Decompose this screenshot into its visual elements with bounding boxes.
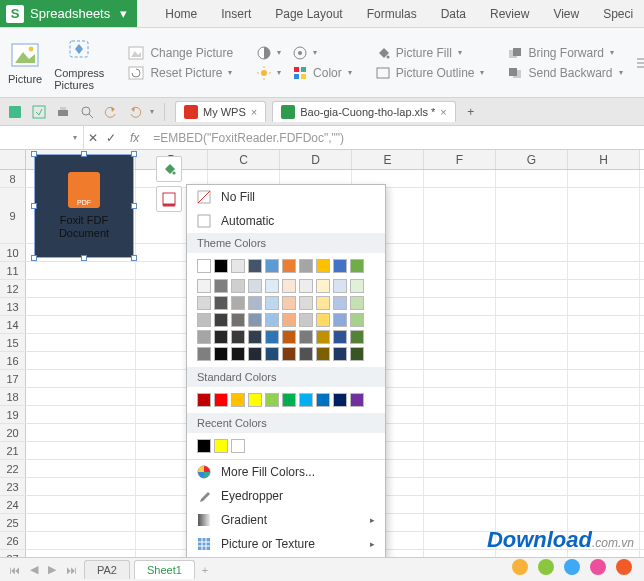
cell[interactable] bbox=[424, 188, 496, 243]
ribbon-send-backward[interactable]: Send Backward▾ bbox=[508, 66, 622, 80]
menu-speci[interactable]: Speci bbox=[603, 7, 633, 21]
cell[interactable] bbox=[568, 334, 640, 351]
cell[interactable] bbox=[424, 334, 496, 351]
accept-icon[interactable]: ✓ bbox=[102, 129, 120, 147]
menu-home[interactable]: Home bbox=[165, 7, 197, 21]
color-swatch[interactable] bbox=[316, 347, 330, 361]
qat-more-icon[interactable]: ▾ bbox=[150, 107, 154, 116]
cell[interactable] bbox=[26, 298, 136, 315]
sheet-tab-active[interactable]: Sheet1 bbox=[134, 560, 195, 579]
color-swatch[interactable] bbox=[197, 279, 211, 293]
color-swatch[interactable] bbox=[299, 313, 313, 327]
cell[interactable] bbox=[424, 316, 496, 333]
color-swatch[interactable] bbox=[265, 259, 279, 273]
cell[interactable] bbox=[424, 262, 496, 279]
cell[interactable] bbox=[424, 442, 496, 459]
cell[interactable] bbox=[568, 388, 640, 405]
menu-pagelayout[interactable]: Page Layout bbox=[275, 7, 342, 21]
color-swatch[interactable] bbox=[282, 279, 296, 293]
close-icon[interactable]: × bbox=[251, 106, 257, 118]
sheet-tab-pa2[interactable]: PA2 bbox=[84, 560, 130, 579]
cell[interactable] bbox=[568, 170, 640, 187]
cell[interactable] bbox=[496, 352, 568, 369]
name-box[interactable]: ▾ bbox=[0, 126, 84, 149]
row-header[interactable]: 21 bbox=[0, 442, 26, 459]
row-header[interactable]: 22 bbox=[0, 460, 26, 477]
cell[interactable] bbox=[496, 442, 568, 459]
color-swatch[interactable] bbox=[248, 259, 262, 273]
color-swatch[interactable] bbox=[265, 313, 279, 327]
cell[interactable] bbox=[568, 298, 640, 315]
column-header[interactable]: H bbox=[568, 150, 640, 169]
menu-insert[interactable]: Insert bbox=[221, 7, 251, 21]
cell[interactable] bbox=[26, 370, 136, 387]
ribbon-color-button[interactable]: Color▾ bbox=[293, 66, 352, 80]
cell[interactable] bbox=[568, 442, 640, 459]
color-swatch[interactable] bbox=[282, 296, 296, 310]
menu-view[interactable]: View bbox=[553, 7, 579, 21]
cell[interactable] bbox=[424, 460, 496, 477]
sheet-nav-next[interactable]: ▶ bbox=[45, 563, 59, 576]
color-swatch[interactable] bbox=[248, 279, 262, 293]
cell[interactable] bbox=[568, 496, 640, 513]
color-swatch[interactable] bbox=[282, 313, 296, 327]
color-swatch[interactable] bbox=[350, 259, 364, 273]
cell[interactable] bbox=[424, 370, 496, 387]
color-swatch[interactable] bbox=[231, 313, 245, 327]
new-tab-button[interactable]: + bbox=[462, 103, 480, 121]
color-swatch[interactable] bbox=[350, 313, 364, 327]
color-swatch[interactable] bbox=[197, 393, 211, 407]
qat-redo-icon[interactable] bbox=[126, 103, 144, 121]
cell[interactable] bbox=[496, 496, 568, 513]
color-swatch[interactable] bbox=[265, 279, 279, 293]
cell[interactable] bbox=[496, 424, 568, 441]
color-swatch[interactable] bbox=[350, 296, 364, 310]
color-swatch[interactable] bbox=[248, 393, 262, 407]
color-swatch[interactable] bbox=[316, 313, 330, 327]
resize-handle[interactable] bbox=[31, 255, 37, 261]
color-swatch[interactable] bbox=[299, 259, 313, 273]
cell[interactable] bbox=[568, 460, 640, 477]
row-header[interactable]: 9 bbox=[0, 188, 26, 243]
cell[interactable] bbox=[424, 478, 496, 495]
formula-input[interactable]: =EMBED("FoxitReader.FDFDoc","") bbox=[149, 131, 644, 145]
cell[interactable] bbox=[26, 316, 136, 333]
color-swatch[interactable] bbox=[350, 279, 364, 293]
color-swatch[interactable] bbox=[248, 296, 262, 310]
ribbon-compress-button[interactable]: Compress Pictures bbox=[54, 35, 104, 91]
cell[interactable] bbox=[496, 316, 568, 333]
qat-print-icon[interactable] bbox=[54, 103, 72, 121]
color-swatch[interactable] bbox=[214, 439, 228, 453]
cell[interactable] bbox=[496, 388, 568, 405]
row-header[interactable]: 19 bbox=[0, 406, 26, 423]
color-swatch[interactable] bbox=[333, 313, 347, 327]
qat-preview-icon[interactable] bbox=[78, 103, 96, 121]
popup-automatic[interactable]: Automatic bbox=[187, 209, 385, 233]
color-swatch[interactable] bbox=[333, 393, 347, 407]
cell[interactable] bbox=[496, 280, 568, 297]
cell[interactable] bbox=[26, 334, 136, 351]
ribbon-picture-button[interactable]: Picture bbox=[8, 41, 42, 85]
color-swatch[interactable] bbox=[214, 279, 228, 293]
color-swatch[interactable] bbox=[282, 393, 296, 407]
tab-document[interactable]: Bao-gia-Cuong-tho-lap.xls * × bbox=[272, 101, 456, 122]
row-header[interactable]: 13 bbox=[0, 298, 26, 315]
row-header[interactable]: 16 bbox=[0, 352, 26, 369]
color-swatch[interactable] bbox=[248, 313, 262, 327]
cell[interactable] bbox=[424, 496, 496, 513]
cell[interactable] bbox=[568, 280, 640, 297]
ribbon-reset-picture[interactable]: Reset Picture▾ bbox=[128, 66, 233, 80]
column-header[interactable]: D bbox=[280, 150, 352, 169]
cell[interactable] bbox=[568, 352, 640, 369]
ribbon-picture-outline[interactable]: Picture Outline▾ bbox=[376, 66, 485, 80]
color-swatch[interactable] bbox=[333, 279, 347, 293]
color-swatch[interactable] bbox=[299, 296, 313, 310]
cell[interactable] bbox=[496, 334, 568, 351]
cell[interactable] bbox=[26, 352, 136, 369]
column-header[interactable]: G bbox=[496, 150, 568, 169]
cell[interactable] bbox=[424, 170, 496, 187]
color-swatch[interactable] bbox=[214, 330, 228, 344]
color-swatch[interactable] bbox=[299, 330, 313, 344]
resize-handle[interactable] bbox=[81, 255, 87, 261]
row-header[interactable]: 12 bbox=[0, 280, 26, 297]
